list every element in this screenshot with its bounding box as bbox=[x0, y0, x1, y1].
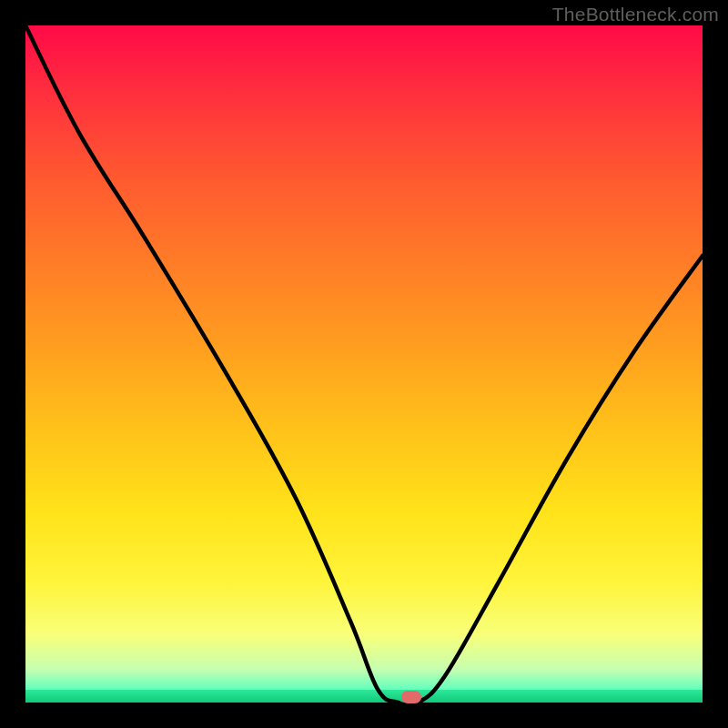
bottleneck-curve bbox=[25, 25, 703, 703]
optimum-marker bbox=[401, 691, 421, 703]
watermark-text: TheBottleneck.com bbox=[552, 4, 719, 25]
plot-area bbox=[25, 25, 703, 703]
chart-frame: TheBottleneck.com bbox=[0, 0, 728, 728]
